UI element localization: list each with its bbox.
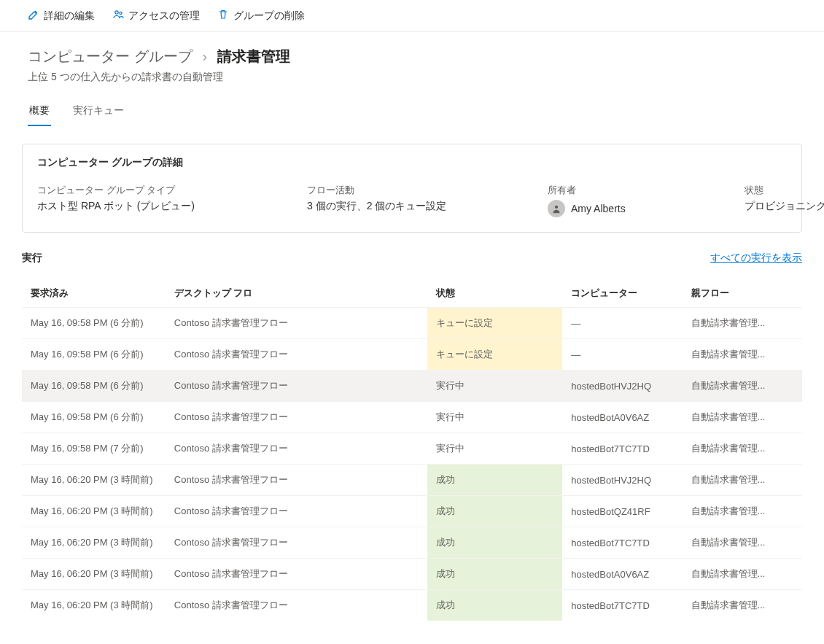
tab-bar: 概要 実行キュー [28,98,796,126]
col-header-desktop-flow[interactable]: デスクトップ フロ [166,279,428,308]
cell-state: 成功 [427,465,562,496]
cell-state: キューに設定 [427,308,562,339]
table-row[interactable]: May 16, 06:20 PM (3 時間前)Contoso 請求書管理フロー… [22,559,802,590]
cell-state: 実行中 [427,402,562,433]
cell-parent-flow: 自動請求書管理... [683,559,802,590]
cell-parent-flow: 自動請求書管理... [683,402,802,433]
cell-requested: May 16, 06:20 PM (3 時間前) [22,590,166,621]
cell-requested: May 16, 06:20 PM (3 時間前) [22,465,166,496]
cell-requested: May 16, 09:58 PM (6 分前) [22,371,166,402]
cell-requested: May 16, 09:58 PM (6 分前) [22,339,166,371]
detail-activity: フロー活動 3 個の実行、2 個のキュー設定 [307,184,497,217]
cell-desktop-flow: Contoso 請求書管理フロー [166,559,428,590]
delete-group-button[interactable]: グループの削除 [217,9,305,23]
view-all-runs-link[interactable]: すべての実行を表示 [710,252,802,265]
table-row[interactable]: May 16, 09:58 PM (6 分前)Contoso 請求書管理フローキ… [22,308,802,339]
detail-owner-label: 所有者 [548,184,693,197]
runs-title: 実行 [22,252,42,265]
col-header-parent[interactable]: 親フロー [683,279,802,308]
runs-table: 要求済み デスクトップ フロ 状態 コンピューター 親フロー May 16, 0… [22,279,802,621]
delete-icon [217,9,229,23]
page-header: コンピューター グループ › 請求書管理 上位 5 つの仕入先からの請求書の自動… [0,32,824,126]
detail-activity-label: フロー活動 [307,184,497,197]
breadcrumb: コンピューター グループ › 請求書管理 [28,47,796,66]
cell-state: 成功 [427,496,562,527]
cell-parent-flow: 自動請求書管理... [683,465,802,496]
detail-type: コンピューター グループ タイプ ホスト型 RPA ボット (プレビュー) [37,184,256,217]
manage-access-button[interactable]: アクセスの管理 [112,9,200,23]
table-header-row: 要求済み デスクトップ フロ 状態 コンピューター 親フロー [22,279,802,308]
edit-details-label: 詳細の編集 [44,9,95,23]
cell-computer: — [562,339,682,371]
delete-group-label: グループの削除 [233,9,305,23]
col-header-requested[interactable]: 要求済み [22,279,166,308]
detail-owner-name: Amy Alberts [571,203,626,214]
cell-computer: hostedBotHVJ2HQ [562,371,682,402]
cell-requested: May 16, 06:20 PM (3 時間前) [22,527,166,559]
table-row[interactable]: May 16, 09:58 PM (6 分前)Contoso 請求書管理フロー実… [22,371,802,402]
cell-desktop-flow: Contoso 請求書管理フロー [166,465,428,496]
cell-state: 成功 [427,527,562,559]
cell-requested: May 16, 06:20 PM (3 時間前) [22,559,166,590]
table-row[interactable]: May 16, 06:20 PM (3 時間前)Contoso 請求書管理フロー… [22,590,802,621]
table-row[interactable]: May 16, 06:20 PM (3 時間前)Contoso 請求書管理フロー… [22,465,802,496]
cell-requested: May 16, 09:58 PM (7 分前) [22,433,166,465]
edit-icon [28,9,39,23]
svg-point-2 [555,206,558,209]
cell-computer: hostedBotA0V6AZ [562,402,682,433]
detail-type-value: ホスト型 RPA ボット (プレビュー) [37,200,256,213]
cell-desktop-flow: Contoso 請求書管理フロー [166,590,428,621]
table-row[interactable]: May 16, 09:58 PM (6 分前)Contoso 請求書管理フローキ… [22,339,802,371]
cell-parent-flow: 自動請求書管理... [683,371,802,402]
cell-parent-flow: 自動請求書管理... [683,527,802,559]
page-subtitle: 上位 5 つの仕入先からの請求書の自動管理 [28,71,796,84]
table-row[interactable]: May 16, 06:20 PM (3 時間前)Contoso 請求書管理フロー… [22,496,802,527]
runs-section: 実行 すべての実行を表示 要求済み デスクトップ フロ 状態 コンピューター 親… [22,252,802,621]
details-grid: コンピューター グループ タイプ ホスト型 RPA ボット (プレビュー) フロ… [37,184,787,217]
cell-parent-flow: 自動請求書管理... [683,496,802,527]
breadcrumb-current: 請求書管理 [217,47,290,66]
detail-owner: 所有者 Amy Alberts [548,184,693,217]
cell-state: 実行中 [427,433,562,465]
cell-computer: hostedBotHVJ2HQ [562,465,682,496]
col-header-state[interactable]: 状態 [427,279,562,308]
cell-desktop-flow: Contoso 請求書管理フロー [166,527,428,559]
cell-parent-flow: 自動請求書管理... [683,339,802,371]
cell-desktop-flow: Contoso 請求書管理フロー [166,433,428,465]
breadcrumb-parent[interactable]: コンピューター グループ [28,47,193,66]
svg-point-0 [115,11,118,14]
cell-desktop-flow: Contoso 請求書管理フロー [166,496,428,527]
cell-desktop-flow: Contoso 請求書管理フロー [166,339,428,371]
details-card-title: コンピューター グループの詳細 [37,156,787,169]
detail-state-label: 状態 [745,184,824,197]
cell-desktop-flow: Contoso 請求書管理フロー [166,308,428,339]
cell-state: キューに設定 [427,339,562,371]
cell-computer: hostedBotA0V6AZ [562,559,682,590]
tab-run-queue[interactable]: 実行キュー [71,98,125,126]
detail-type-label: コンピューター グループ タイプ [37,184,256,197]
table-row[interactable]: May 16, 09:58 PM (7 分前)Contoso 請求書管理フロー実… [22,433,802,465]
tab-overview[interactable]: 概要 [28,98,51,126]
chevron-right-icon: › [203,48,208,65]
cell-parent-flow: 自動請求書管理... [683,590,802,621]
edit-details-button[interactable]: 詳細の編集 [28,9,95,23]
avatar [548,200,565,217]
cell-computer: hostedBot7TC7TD [562,527,682,559]
cell-requested: May 16, 06:20 PM (3 時間前) [22,496,166,527]
cell-computer: hostedBot7TC7TD [562,590,682,621]
svg-point-1 [120,12,122,14]
cell-parent-flow: 自動請求書管理... [683,308,802,339]
cell-computer: — [562,308,682,339]
col-header-computer[interactable]: コンピューター [562,279,682,308]
cell-parent-flow: 自動請求書管理... [683,433,802,465]
details-card: コンピューター グループの詳細 コンピューター グループ タイプ ホスト型 RP… [22,144,802,233]
cell-state: 実行中 [427,371,562,402]
detail-activity-value: 3 個の実行、2 個のキュー設定 [307,200,497,213]
cell-state: 成功 [427,559,562,590]
detail-owner-value: Amy Alberts [548,200,693,217]
command-bar: 詳細の編集 アクセスの管理 グループの削除 [0,0,824,32]
table-row[interactable]: May 16, 06:20 PM (3 時間前)Contoso 請求書管理フロー… [22,527,802,559]
manage-access-label: アクセスの管理 [128,9,200,23]
table-row[interactable]: May 16, 09:58 PM (6 分前)Contoso 請求書管理フロー実… [22,402,802,433]
cell-desktop-flow: Contoso 請求書管理フロー [166,371,428,402]
